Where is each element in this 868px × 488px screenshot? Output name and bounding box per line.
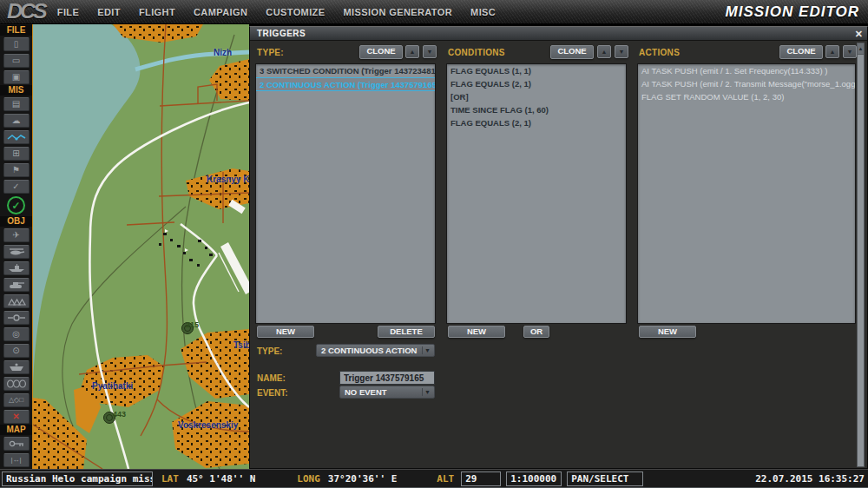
add-vehicle-button[interactable] [3, 278, 30, 292]
weather-button[interactable]: ☁ [3, 114, 30, 128]
menu-file[interactable]: FILE [57, 7, 79, 17]
trigger-name-input[interactable] [339, 371, 435, 385]
trigger-type-dropdown[interactable]: 2 CONTINUOUS ACTION ▼ [316, 344, 435, 357]
add-point-button[interactable]: ⊙ [3, 344, 30, 358]
condition-item[interactable]: [OR] [447, 90, 626, 103]
condition-item[interactable]: TIME SINCE FLAG (1, 60) [447, 103, 626, 116]
lat-value: 45° 1'48'' N [187, 473, 255, 485]
condition-item[interactable]: FLAG EQUALS (2, 1) [447, 116, 626, 129]
scrollbar-up-icon[interactable]: ▲ [858, 43, 864, 55]
add-waypoint-button[interactable] [3, 311, 30, 325]
menu-misc[interactable]: MISC [470, 7, 496, 17]
long-label: LONG [297, 473, 320, 485]
add-landing-craft-button[interactable] [3, 360, 30, 374]
event-field-label: EVENT: [257, 388, 288, 398]
save-mission-button[interactable]: ▣ [3, 70, 30, 84]
map-elevation-443: 443 [113, 410, 126, 419]
add-shapes-button[interactable]: △◇□ [3, 393, 30, 407]
type-column-header: TYPE: [257, 48, 284, 57]
condition-item[interactable]: FLAG EQUALS (2, 1) [447, 77, 626, 90]
clone-condition-button[interactable]: CLONE [550, 45, 594, 59]
clone-action-button[interactable]: CLONE [779, 45, 823, 59]
map-label-voskresenskiy: Voskresenskiy [178, 420, 238, 430]
menu-mission-generator[interactable]: MISSION GENERATOR [343, 7, 452, 17]
action-item[interactable]: FLAG SET RANDOM VALUE (1, 2, 30) [638, 90, 855, 103]
add-group-ovals-button[interactable] [3, 377, 30, 391]
add-helicopter-button[interactable] [3, 245, 30, 259]
menu-campaign[interactable]: CAMPAIGN [194, 7, 247, 17]
three-ovals-icon [6, 379, 27, 388]
long-value: 37°20'36'' E [328, 473, 397, 485]
condition-move-up-button[interactable]: ▲ [597, 45, 611, 58]
triggers-button[interactable] [3, 130, 30, 144]
alt-value-box[interactable]: 29 [461, 472, 501, 486]
map-canvas [33, 24, 249, 469]
map-label-pyatihatki: Pyatihatki [92, 381, 133, 391]
map-view[interactable]: Nizh Krasnyy K Pyatihatki Tsib Voskresen… [33, 24, 249, 469]
open-mission-button[interactable]: ▭ [3, 54, 30, 68]
condition-item[interactable]: FLAG EQUALS (1, 1) [447, 64, 626, 77]
map-scale-box[interactable]: 1:100000 [506, 472, 562, 486]
map-label-nizh: Nizh [214, 48, 232, 57]
validate-mission-button[interactable]: ✓ [7, 196, 25, 214]
delete-object-button[interactable]: ✕ [3, 410, 30, 424]
add-zone-button[interactable]: ◎ [3, 327, 30, 341]
menu-customize[interactable]: CUSTOMIZE [266, 7, 325, 17]
clone-trigger-button[interactable]: CLONE [359, 45, 403, 59]
trigger-event-dropdown[interactable]: NO EVENT ▼ [339, 386, 435, 399]
menu-edit[interactable]: EDIT [97, 7, 121, 17]
airplane-icon: ✈ [12, 229, 19, 241]
goals-button[interactable]: ⚑ [3, 163, 30, 177]
action-move-up-button[interactable]: ▲ [825, 45, 839, 58]
conditions-list: FLAG EQUALS (1, 1) FLAG EQUALS (2, 1) [O… [446, 63, 627, 324]
new-trigger-button[interactable]: NEW [257, 326, 314, 338]
add-static-button[interactable] [3, 294, 30, 308]
delete-trigger-button[interactable]: DELETE [378, 326, 435, 338]
or-condition-button[interactable]: OR [523, 326, 549, 338]
close-icon[interactable]: ✕ [855, 28, 863, 40]
open-folder-icon: ▭ [12, 55, 20, 67]
trigger-move-down-button[interactable]: ▼ [423, 45, 437, 58]
measure-button[interactable]: |↔| [3, 453, 30, 467]
mission-options-button[interactable]: ⊞ [3, 147, 30, 161]
condition-move-down-button[interactable]: ▼ [615, 45, 628, 58]
trigger-move-up-button[interactable]: ▲ [405, 45, 419, 58]
waypoint-icon [8, 313, 25, 322]
save-icon: ▣ [12, 71, 20, 83]
tank-icon [8, 280, 25, 289]
add-ship-button[interactable] [3, 261, 30, 275]
new-action-button[interactable]: NEW [639, 326, 696, 338]
mission-editor-window: DCS FILE EDIT FLIGHT CAMPAIGN CUSTOMIZE … [0, 0, 868, 488]
trigger-event-value: NO EVENT [345, 387, 387, 397]
ship-icon [8, 264, 25, 273]
menu-flight[interactable]: FLIGHT [139, 7, 175, 17]
action-item[interactable]: AI TASK PUSH (emit / 1. Set Frequency(11… [638, 64, 855, 77]
mode-box[interactable]: PAN/SELECT [567, 472, 643, 486]
trigger-list: 3 SWITCHED CONDITION (Trigger 1437234815… [255, 63, 436, 324]
new-mission-button[interactable]: ▯ [3, 37, 30, 51]
dropdown-arrow-icon: ▼ [422, 346, 432, 354]
action-move-down-button[interactable]: ▼ [843, 45, 857, 58]
action-item[interactable]: AI TASK PUSH (emit / 2. Transmit Message… [638, 77, 855, 90]
section-label-mis: MIS [0, 85, 32, 96]
weather-icon: ☁ [12, 115, 21, 127]
check-icon: ✓ [12, 181, 19, 193]
down-arrow-icon: ▼ [619, 49, 625, 55]
landing-craft-icon [8, 363, 25, 372]
briefing-button[interactable]: ▤ [3, 97, 30, 111]
map-key-button[interactable] [3, 437, 30, 451]
up-arrow-icon: ▲ [830, 49, 836, 55]
trigger-item-selected[interactable]: 2 CONTINUOUS ACTION (Trigger 1437579165,… [256, 77, 435, 91]
app-title: MISSION EDITOR [726, 3, 868, 21]
section-label-file: FILE [0, 25, 32, 36]
add-airplane-button[interactable]: ✈ [3, 228, 30, 242]
panel-scrollbar[interactable]: ▲ [857, 43, 865, 467]
ruler-icon: |↔| [10, 454, 21, 466]
conditions-column-header: CONDITIONS [448, 48, 505, 57]
new-condition-button[interactable]: NEW [448, 326, 505, 338]
name-field-label: NAME: [257, 373, 286, 383]
trigger-item[interactable]: 3 SWITCHED CONDITION (Trigger 1437234815… [256, 64, 435, 77]
summary-button[interactable]: ✓ [3, 180, 30, 194]
triggers-panel: TRIGGERS ✕ TYPE: CLONE ▲ ▼ CONDITIONS CL… [249, 26, 868, 469]
delete-x-icon: ✕ [12, 411, 19, 423]
